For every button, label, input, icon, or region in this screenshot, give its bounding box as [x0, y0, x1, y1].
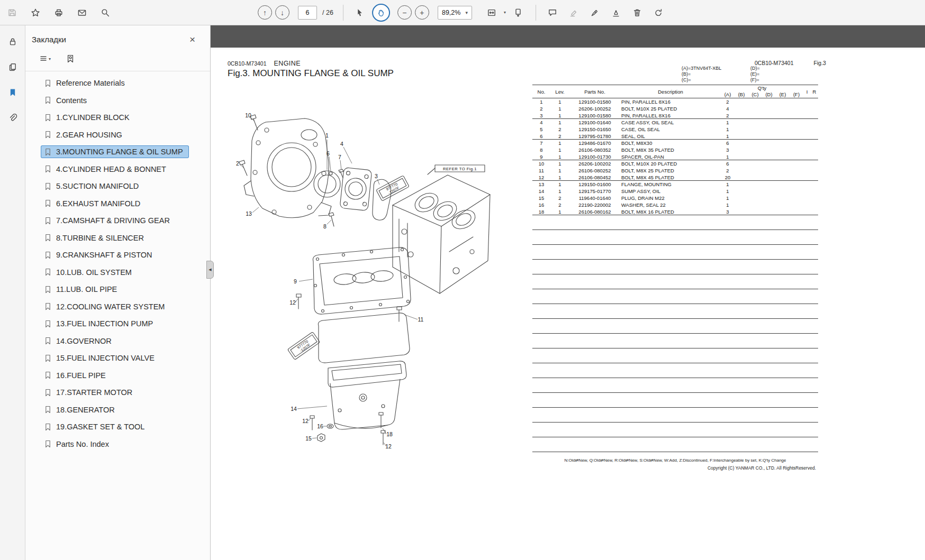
cell-description: SPACER, OIL-PAN [620, 153, 721, 160]
empty-ruled-line [532, 289, 818, 304]
cell-no: 9 [532, 153, 550, 160]
cell-lev: 1 [550, 105, 569, 112]
bookmark-icon [8, 88, 17, 97]
find-current-bookmark-button[interactable] [62, 52, 78, 66]
bookmark-item[interactable]: Contents [25, 92, 210, 109]
options-list-icon [39, 54, 49, 63]
print-button[interactable] [50, 4, 68, 22]
bookmark-item[interactable]: 17.STARTER MOTOR [25, 384, 210, 401]
bookmark-item[interactable]: 3.MOUNTING FLANGE & OIL SUMP [25, 143, 210, 161]
caret-down-icon[interactable]: ▾ [504, 10, 506, 15]
zoom-in-button[interactable]: + [415, 5, 429, 20]
bookmark-item[interactable]: 7.CAMSHAFT & DRIVING GEAR [25, 212, 210, 229]
bookmark-label: 7.CAMSHAFT & DRIVING GEAR [56, 216, 170, 225]
cell-lev: 1 [550, 188, 569, 195]
cell-no: 6 [532, 133, 550, 139]
cell-qty-a: 1 [721, 181, 734, 188]
pages-icon [8, 62, 17, 72]
close-panel-button[interactable]: × [189, 34, 195, 44]
comment-button[interactable] [543, 4, 561, 22]
bookmark-item[interactable]: 4.CYLINDER HEAD & BONNET [25, 161, 210, 178]
bookmark-item-inner: Reference Materials [41, 77, 130, 89]
search-button[interactable] [96, 4, 114, 22]
bookmark-item-inner: 2.GEAR HOUSING [41, 129, 128, 141]
scroll-mode-button[interactable] [509, 4, 527, 22]
bookmark-icon [44, 320, 51, 328]
bookmark-item-inner: 14.GOVERNOR [41, 335, 117, 347]
bookmark-item-inner: 7.CAMSHAFT & DRIVING GEAR [41, 215, 175, 226]
rail-bookmarks-button[interactable] [5, 85, 21, 100]
bookmark-label: 9.CRANKSHAFT & PISTON [56, 251, 152, 259]
bookmark-item[interactable]: 8.TURBINE & SILENCER [25, 229, 210, 247]
page-down-button[interactable]: ↓ [275, 5, 289, 20]
cell-description: PLUG, DRAIN M22 [620, 195, 721, 201]
bookmark-item[interactable]: 15.FUEL INJECTION VALVE [25, 350, 210, 367]
table-row: 3 1 129100-01580 PIN, PARALLEL 8X16 2 [532, 112, 818, 119]
bookmark-item[interactable]: 14.GOVERNOR [25, 333, 210, 350]
bookmark-item[interactable]: 1.CYLINDER BLOCK [25, 109, 210, 126]
bookmark-item[interactable]: 2.GEAR HOUSING [25, 126, 210, 144]
bookmark-item[interactable]: Reference Materials [25, 75, 210, 92]
rail-lock-button[interactable] [5, 34, 21, 50]
table-row: 15 2 119640-01640 PLUG, DRAIN M22 1 [532, 195, 818, 201]
trash-button[interactable] [628, 4, 646, 22]
cell-parts-no: 26106-080162 [569, 208, 620, 215]
model-legend-col2: (D)= (E)= (F)= [750, 66, 760, 83]
bookmark-item[interactable]: 19.GASKET SET & TOOL [25, 418, 210, 436]
page-header-right: 0CB10-M73401 Fig.3 [755, 60, 826, 66]
rotate-button[interactable] [649, 4, 667, 22]
empty-ruled-line [532, 334, 818, 348]
email-button[interactable] [73, 4, 91, 22]
page-number-input[interactable] [298, 6, 317, 20]
qty-subheaders: (A) (B) (C) (D) (E) (F) [721, 91, 803, 98]
bookmark-item[interactable]: 11.LUB. OIL PIPE [25, 281, 210, 298]
collapse-panel-button[interactable]: ◀ [206, 261, 214, 279]
save-button[interactable] [3, 4, 21, 22]
bookmark-label: 17.STARTER MOTOR [56, 388, 132, 397]
zoom-level-select[interactable]: 89,2% ▾ [438, 6, 472, 20]
bookmark-options-button[interactable]: ▾ [37, 52, 53, 66]
page-up-button[interactable]: ↑ [258, 5, 272, 20]
cell-qty-a: 3 [721, 146, 734, 153]
bookmark-item[interactable]: 13.FUEL INJECTION PUMP [25, 315, 210, 333]
bookmark-item[interactable]: 10.LUB. OIL SYSTEM [25, 264, 210, 281]
bookmark-item[interactable]: 6.EXHAUST MANIFOLD [25, 195, 210, 213]
bookmark-label: 11.LUB. OIL PIPE [56, 285, 117, 293]
bookmark-item[interactable]: Parts No. Index [25, 436, 210, 453]
bookmark-item[interactable]: 12.COOLING WATER SYSTEM [25, 298, 210, 316]
cell-lev: 1 [550, 181, 569, 188]
bookmark-item[interactable]: 16.FUEL PIPE [25, 367, 210, 384]
bookmark-label: 1.CYLINDER BLOCK [56, 113, 130, 122]
page-count-label: / 26 [322, 9, 333, 16]
sign-button[interactable] [586, 4, 604, 22]
rail-pages-button[interactable] [5, 59, 21, 75]
cell-qty-a: 1 [721, 201, 734, 208]
cell-parts-no: 26106-080252 [569, 167, 620, 174]
bookmark-item[interactable]: 9.CRANKSHAFT & PISTON [25, 246, 210, 264]
cursor-icon [355, 8, 365, 17]
cell-lev: 1 [550, 208, 569, 215]
zoom-out-button[interactable]: − [397, 5, 412, 20]
table-row: 8 1 26106-080352 BOLT, M8X 35 PLATED 3 [532, 146, 818, 153]
hand-tool-button[interactable] [372, 4, 390, 22]
bookmark-icon [44, 268, 51, 276]
legend-entry: (B)= [682, 71, 750, 77]
rail-attachments-button[interactable] [5, 110, 21, 126]
bookmark-icon [44, 371, 51, 379]
stamp-button[interactable] [607, 4, 625, 22]
callout-number: 12 [385, 443, 392, 449]
highlight-button[interactable] [565, 4, 583, 22]
toolbar-left-group [0, 4, 114, 22]
empty-ruled-lines [532, 215, 818, 452]
bookmark-item[interactable]: 18.GENERATOR [25, 401, 210, 419]
cell-description: BOLT, M8X30 [620, 140, 721, 146]
cell-lev: 1 [550, 146, 569, 153]
select-tool-button[interactable] [351, 4, 369, 22]
parts-table: No. Lev. Parts No. Description Q'ty (A) … [532, 85, 818, 452]
favorites-button[interactable] [26, 4, 44, 22]
parts-table-body: 1 1 129100-01580 PIN, PARALLEL 8X16 2 2 … [532, 98, 818, 215]
fit-width-button[interactable] [483, 4, 501, 22]
bookmark-item[interactable]: 5.SUCTION MANIFOLD [25, 178, 210, 195]
bookmark-item-inner: 10.LUB. OIL SYSTEM [41, 267, 137, 278]
search-icon [101, 8, 110, 17]
